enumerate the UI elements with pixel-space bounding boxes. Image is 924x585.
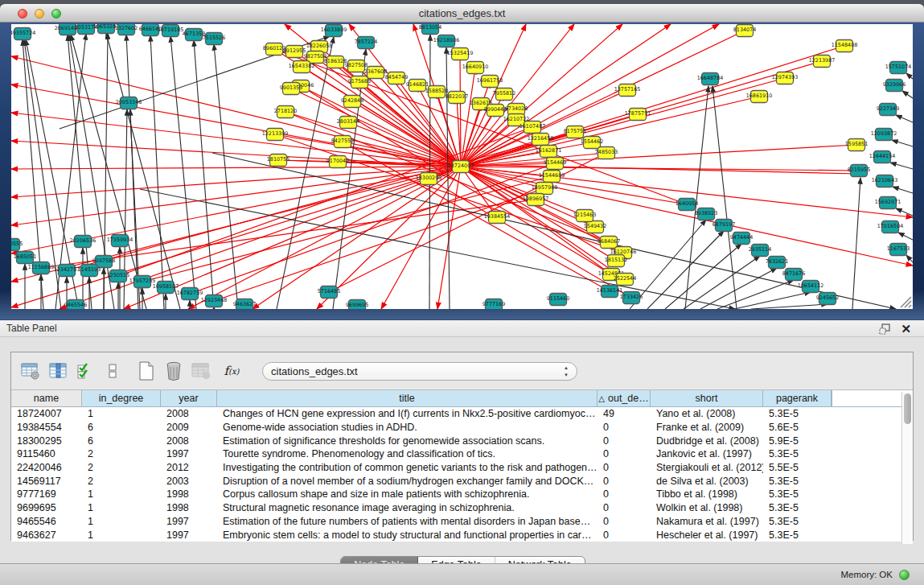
graph-node[interactable]: 8930555 — [11, 239, 23, 251]
graph-node[interactable]: 9901355 — [280, 83, 302, 95]
network-window-titlebar[interactable]: citations_edges.txt — [0, 4, 924, 23]
minimize-window-button[interactable] — [35, 9, 44, 19]
graph-node[interactable]: 2718120 — [274, 106, 297, 118]
graph-node[interactable]: 15751074 — [885, 62, 912, 74]
graph-node[interactable]: 16782759 — [177, 288, 203, 300]
new-document-button[interactable] — [135, 359, 158, 383]
graph-node[interactable]: 9154469 — [544, 158, 566, 170]
table-row[interactable]: 1830029562008Estimation of significance … — [11, 434, 913, 447]
graph-node[interactable]: 12093872 — [871, 129, 897, 141]
graph-node[interactable]: 49355724 — [11, 28, 35, 40]
graph-node[interactable]: 8454749 — [385, 72, 408, 84]
graph-node[interactable]: 8813054 — [419, 24, 441, 35]
graph-node[interactable]: 19218906 — [433, 35, 460, 47]
graph-node[interactable]: 1215463 — [573, 210, 596, 222]
graph-node[interactable]: 19384554 — [484, 212, 511, 224]
graph-node[interactable]: 8990448 — [484, 105, 507, 117]
close-panel-icon[interactable]: ✕ — [901, 323, 911, 335]
graph-node[interactable]: 7955812 — [493, 89, 515, 101]
table-row[interactable]: 1938455462009Genome-wide association stu… — [11, 421, 913, 435]
table-row[interactable]: 2242004622012Investigating the contribut… — [11, 461, 913, 475]
graph-node[interactable]: 2803144 — [337, 117, 359, 129]
table-settings-button[interactable] — [19, 359, 42, 383]
graph-node[interactable]: 14957968 — [532, 183, 558, 195]
table-row[interactable]: 969969511998Structural magnetic resonanc… — [11, 501, 913, 515]
graph-node[interactable]: 9227349 — [877, 104, 899, 116]
graph-node[interactable]: 8134074 — [733, 25, 756, 37]
graph-node[interactable]: 1815132 — [605, 255, 627, 267]
graph-node[interactable]: 16033809 — [321, 25, 347, 37]
graph-node[interactable]: 1145193 — [78, 265, 101, 277]
graph-node[interactable]: 12444154 — [869, 151, 896, 163]
table-row[interactable]: 946362711997Embryonic stem cells: a mode… — [11, 528, 913, 542]
graph-node[interactable]: 7515526 — [203, 33, 225, 45]
graph-node[interactable]: 12342757 — [54, 265, 80, 277]
graph-node[interactable]: 14136141 — [597, 286, 623, 298]
graph-node[interactable]: 8427552 — [331, 136, 354, 148]
column-header-short[interactable]: short — [651, 390, 763, 407]
graph-node[interactable]: 8938923 — [695, 208, 717, 220]
graph-node[interactable]: 9115460 — [547, 294, 569, 306]
network-canvas-wrap[interactable]: 4935572420691406205317410653287132760264… — [11, 24, 913, 309]
table-row[interactable]: 1872400712008Changes of HCN gene express… — [11, 407, 913, 421]
graph-node[interactable]: 1549432 — [584, 221, 606, 233]
column-header-title[interactable]: title — [217, 390, 598, 407]
graph-node[interactable]: 1595851 — [845, 139, 868, 151]
graph-node[interactable]: 8822037 — [446, 92, 468, 104]
clear-selection-button[interactable] — [101, 359, 124, 383]
graph-node[interactable]: 16543382 — [289, 61, 315, 73]
graph-node[interactable]: 9474444 — [730, 233, 753, 245]
delete-trash-button[interactable] — [162, 359, 185, 383]
graph-node[interactable]: 1640954 — [676, 199, 698, 211]
graph-node[interactable]: 1810755 — [267, 154, 290, 167]
graph-node[interactable]: 8175751 — [564, 126, 586, 138]
graph-node[interactable]: 10958107 — [153, 282, 179, 294]
graph-node[interactable]: 12213987 — [809, 56, 836, 68]
graph-node[interactable]: 8471676 — [782, 269, 805, 281]
graph-node[interactable]: 16648784 — [697, 73, 724, 85]
graph-node[interactable]: 12974393 — [772, 72, 799, 84]
graph-node[interactable]: 12213399 — [262, 129, 289, 141]
graph-node[interactable]: 9465546 — [64, 300, 87, 310]
graph-node[interactable]: 1327602 — [115, 24, 138, 35]
graph-node[interactable]: 20206536 — [70, 236, 97, 248]
graph-node[interactable]: 15325419 — [447, 48, 474, 60]
zoom-window-button[interactable] — [51, 9, 61, 19]
graph-node[interactable]: 9175685 — [348, 76, 371, 89]
column-header-out_de[interactable]: △out_de… — [598, 390, 651, 407]
table-row[interactable]: 946554611997Estimation of the future num… — [11, 515, 913, 529]
table-row[interactable]: 1456911722003Disruption of a novel membe… — [11, 474, 913, 488]
graph-node[interactable]: 2935114 — [749, 245, 771, 257]
table-row[interactable]: 977716911998Corpus callosum shape and si… — [11, 488, 913, 501]
column-header-name[interactable]: name — [11, 390, 82, 407]
select-all-button[interactable] — [74, 359, 97, 383]
graph-node[interactable]: 8912955 — [283, 46, 306, 58]
graph-node[interactable]: 16861910 — [746, 91, 773, 103]
graph-node[interactable]: 17016504 — [877, 221, 904, 233]
graph-node[interactable]: 16961758 — [477, 76, 503, 88]
graph-node[interactable]: 1250515 — [107, 270, 129, 282]
graph-node[interactable]: 17957255 — [129, 276, 156, 288]
graph-node[interactable]: 16640910 — [462, 62, 489, 74]
graph-node[interactable]: 1733426 — [620, 292, 643, 304]
graph-node[interactable]: 12923468 — [201, 295, 228, 307]
resize-grip[interactable] — [901, 297, 911, 307]
graph-node[interactable]: 9463627 — [233, 299, 256, 310]
graph-node[interactable]: 7832621 — [766, 257, 788, 269]
graph-node[interactable]: 11156869 — [28, 262, 55, 274]
graph-node[interactable]: 1167533 — [887, 244, 910, 256]
column-header-pagerank[interactable]: pagerank — [763, 390, 832, 407]
graph-node[interactable]: 9245652 — [816, 293, 839, 305]
graph-node[interactable]: 9329966 — [883, 80, 906, 92]
graph-node[interactable]: 9777169 — [483, 299, 505, 310]
close-window-button[interactable] — [18, 9, 27, 19]
graph-node[interactable]: 16210643 — [872, 175, 898, 187]
graph-node[interactable]: 11548408 — [832, 40, 858, 52]
graph-node[interactable]: 9699695 — [346, 300, 368, 310]
graph-node[interactable]: 16107487 — [519, 122, 546, 134]
graph-node[interactable]: 2522544 — [614, 274, 636, 286]
graph-node[interactable]: 7485033 — [595, 147, 618, 159]
scrollbar-thumb[interactable] — [904, 393, 911, 424]
graph-node[interactable]: 5716485 — [318, 286, 340, 299]
graph-node[interactable]: 1685051 — [14, 252, 36, 264]
